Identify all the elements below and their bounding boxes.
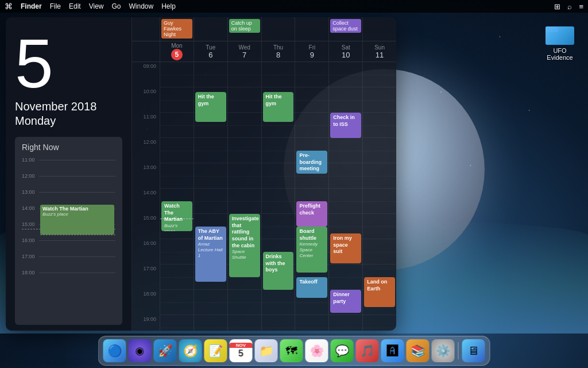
day-header-wed[interactable]: Wed 7 [227,41,261,62]
time-label-18: 18:00 [132,290,160,315]
event-watch-martian-mon[interactable]: Watch The Martian Buzz's place [161,201,192,231]
time-labels: 09:00 10:00 11:00 12:00 13:00 14:00 15:0… [132,62,160,331]
calendar-main: Guy Fawkes Night Catch up on sleep [132,17,396,331]
day-col-thu[interactable]: Hit the gym Drinks with the boys [261,62,295,331]
day-headers: Mon 5 Tue 6 Wed 7 Thu 8 Fri 9 [132,41,396,62]
time-label-16: 16:00 [132,239,160,264]
menu-window[interactable]: Window [129,2,154,10]
event-checkin-iss[interactable]: Check in to ISS [330,113,361,138]
dock-icon-prefs[interactable]: ⚙️ [432,339,455,362]
event-investigate[interactable]: Investigate that rattling sound in the c… [229,214,260,277]
dock-icon-launchpad[interactable]: 🚀 [154,339,177,362]
calendar-widget: 5 November 2018 Monday Right Now 11:00 1… [6,17,396,331]
event-iron-suit[interactable]: Iron my space suit [330,233,361,263]
allday-label [132,17,160,41]
menu-file[interactable]: File [50,2,61,10]
allday-event-guy-fawkes[interactable]: Guy Fawkes Night [161,19,192,39]
right-now-title: Right Now [22,143,115,152]
desktop-icon-ufo-evidence[interactable]: UFO Evidence [540,22,580,61]
mini-event-martian[interactable]: Watch The Martian Buzz's place [40,205,114,235]
time-label-09: 09:00 [132,62,160,87]
dock-icon-music[interactable]: 🎵 [356,339,379,362]
now-line-mon [160,218,194,219]
dock-icon-appstore[interactable]: 🅰 [381,339,404,362]
search-icon[interactable]: ⌕ [567,2,572,11]
allday-event-sleep[interactable]: Catch up on sleep [229,19,260,33]
allday-col-wed: Catch up on sleep [227,17,261,41]
dock-separator [458,342,459,359]
mini-time-row: 13:00 [22,189,115,205]
dock: 🔵 ◉ 🚀 🧭 📝 NOV 5 📁 🗺 🌸 💬 🎵 🅰 📚 ⚙️ 🖥 [98,336,490,366]
mini-now-line [40,235,115,235]
dock-icon-siri[interactable]: ◉ [129,339,152,362]
time-grid[interactable]: 09:00 10:00 11:00 12:00 13:00 14:00 15:0… [132,62,396,331]
header-cols: Mon 5 Tue 6 Wed 7 Thu 8 Fri 9 [160,41,396,62]
day-header-sat[interactable]: Sat 10 [328,41,362,62]
allday-col-sat: Collect space dust [328,17,362,41]
time-label-17: 17:00 [132,264,160,290]
dock-icon-finder2[interactable]: 🖥 [462,339,485,362]
menu-go[interactable]: Go [112,2,121,10]
menu-help[interactable]: Help [161,2,176,10]
day-col-wed[interactable]: Investigate that rattling sound in the c… [227,62,261,331]
list-icon[interactable]: ≡ [579,2,583,11]
calendar-big-day: 5 [15,29,122,98]
dock-icon-books[interactable]: 📚 [407,339,430,362]
day-col-sat[interactable]: Check in to ISS Iron my space suit Dinne… [328,62,362,331]
folder-icon [546,22,574,45]
calendar-weekday: Monday [15,114,122,128]
dock-icon-calendar[interactable]: NOV 5 [230,339,253,362]
mini-time-row: 12:00 [22,172,115,189]
dock-icon-safari[interactable]: 🧭 [179,339,202,362]
mini-time-row: 16:00 [22,237,115,253]
allday-event-space-dust[interactable]: Collect space dust [330,19,361,33]
time-grid-inner: 09:00 10:00 11:00 12:00 13:00 14:00 15:0… [132,62,396,331]
day-col-mon[interactable]: Watch The Martian Buzz's place [160,62,194,331]
menu-edit[interactable]: Edit [69,2,81,10]
day-header-mon[interactable]: Mon 5 [160,41,194,62]
header-spacer [132,41,160,62]
day-col-tue[interactable]: Hit the gym The ABY of Martian Amaz Lect… [194,62,227,331]
day-col-fri[interactable]: Pre-boarding meeting Preflight check Boa… [295,62,328,331]
event-drinks[interactable]: Drinks with the boys [263,252,294,290]
dock-icon-messages[interactable]: 💬 [331,339,354,362]
allday-row: Guy Fawkes Night Catch up on sleep [132,17,396,41]
mini-time-row: 18:00 [22,269,115,285]
calendar-right-now-panel: Right Now 11:00 12:00 13:00 14:00 [15,137,122,325]
dock-icon-photos[interactable]: 🌸 [305,339,328,362]
event-board-shuttle[interactable]: Board shuttle Kennedy Space Center [296,227,327,273]
dock-icon-maps[interactable]: 🗺 [280,339,303,362]
time-label-14: 14:00 [132,189,160,214]
event-gym-thu[interactable]: Hit the gym [263,92,294,122]
day-col-sun[interactable]: Land on Earth [362,62,396,331]
menu-view[interactable]: View [89,2,104,10]
desktop-icon-label: UFO Evidence [540,47,580,61]
day-header-sun[interactable]: Sun 11 [362,41,396,62]
event-takeoff[interactable]: Takeoff [296,277,327,298]
day-header-tue[interactable]: Tue 6 [194,41,227,62]
event-gym-tue[interactable]: Hit the gym [195,92,226,122]
allday-col-fri [295,17,328,41]
day-header-fri[interactable]: Fri 9 [295,41,328,62]
dock-icon-finder[interactable]: 🔵 [103,339,126,362]
event-preboarding[interactable]: Pre-boarding meeting [296,151,327,174]
mini-time-row: 17:00 [22,253,115,269]
allday-cols: Guy Fawkes Night Catch up on sleep [160,17,396,41]
dock-icon-notes[interactable]: 📝 [204,339,227,362]
event-preflight[interactable]: Preflight check [296,201,327,227]
event-land-earth[interactable]: Land on Earth [364,277,395,307]
allday-col-mon: Guy Fawkes Night [160,17,194,41]
apple-menu[interactable]: ⌘ [5,2,13,11]
time-label-19: 19:00 [132,315,160,331]
mini-time-grid: 11:00 12:00 13:00 14:00 15:00 [22,156,115,319]
event-dinner-party[interactable]: Dinner party [330,290,361,313]
grid-icon[interactable]: ⊞ [554,2,560,11]
menubar-left: ⌘ Finder File Edit View Go Window Help [5,2,176,11]
calendar-left-panel: 5 November 2018 Monday Right Now 11:00 1… [6,17,132,331]
calendar-month-year: November 2018 [15,100,122,113]
allday-col-sun [362,17,396,41]
event-aby-martian[interactable]: The ABY of Martian Amaz Lecture Hall 1 [195,227,226,282]
app-name[interactable]: Finder [21,2,42,10]
day-header-thu[interactable]: Thu 8 [261,41,295,62]
dock-icon-files[interactable]: 📁 [255,339,278,362]
